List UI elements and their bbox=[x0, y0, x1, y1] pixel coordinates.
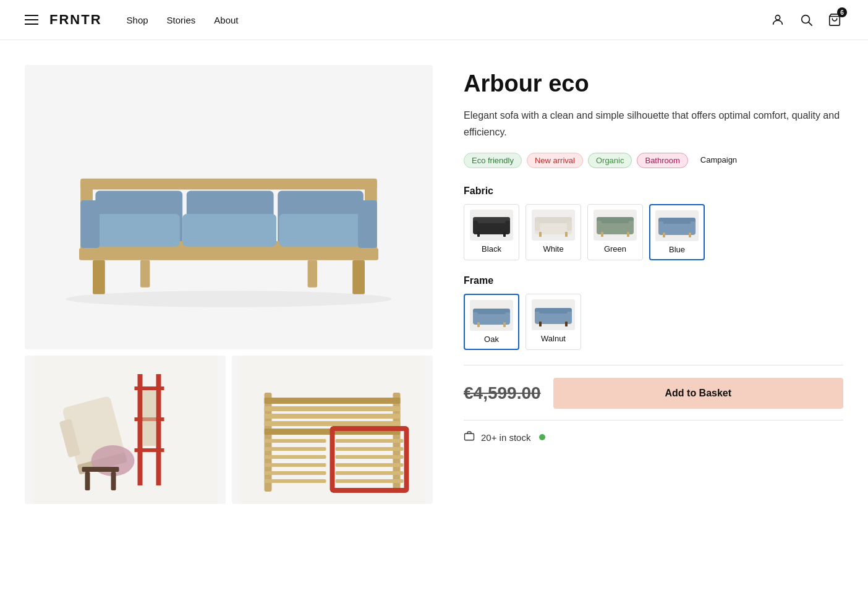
menu-icon[interactable] bbox=[25, 15, 38, 25]
svg-rect-33 bbox=[82, 467, 119, 472]
svg-rect-35 bbox=[111, 472, 116, 490]
svg-rect-67 bbox=[535, 221, 540, 231]
frame-selector: Oak Walnut bbox=[464, 294, 843, 350]
divider-2 bbox=[464, 420, 843, 420]
cart-icon[interactable]: 6 bbox=[826, 11, 843, 28]
svg-rect-41 bbox=[265, 414, 401, 419]
fabric-black-label: Black bbox=[482, 244, 501, 254]
svg-rect-74 bbox=[597, 221, 602, 231]
svg-rect-97 bbox=[539, 322, 542, 326]
svg-rect-70 bbox=[565, 232, 568, 237]
tag-organic: Organic bbox=[588, 153, 632, 168]
svg-rect-34 bbox=[85, 472, 90, 490]
svg-rect-66 bbox=[535, 217, 572, 223]
frame-swatch-walnut bbox=[532, 299, 575, 330]
svg-rect-50 bbox=[336, 479, 404, 483]
thumb-1[interactable] bbox=[25, 356, 226, 504]
account-icon[interactable] bbox=[769, 11, 786, 28]
product-gallery bbox=[25, 65, 433, 504]
svg-rect-89 bbox=[505, 312, 510, 321]
main-image bbox=[25, 65, 433, 349]
svg-rect-22 bbox=[33, 356, 218, 504]
tag-eco: Eco friendly bbox=[464, 153, 522, 168]
svg-rect-61 bbox=[505, 221, 510, 231]
svg-rect-7 bbox=[352, 260, 365, 294]
nav-stories[interactable]: Stories bbox=[167, 15, 196, 25]
svg-rect-6 bbox=[93, 260, 105, 294]
svg-rect-99 bbox=[465, 433, 474, 440]
cart-badge: 6 bbox=[837, 7, 847, 17]
svg-rect-26 bbox=[138, 374, 143, 485]
svg-rect-12 bbox=[80, 179, 377, 190]
frame-option-oak[interactable]: Oak bbox=[464, 294, 519, 350]
svg-point-0 bbox=[775, 15, 780, 20]
main-nav: Shop Stories About bbox=[127, 15, 239, 25]
product-price: €4,599.00 bbox=[464, 383, 541, 403]
svg-rect-96 bbox=[567, 312, 572, 320]
svg-rect-90 bbox=[477, 322, 480, 327]
frame-swatch-oak bbox=[470, 300, 513, 331]
fabric-option-blue[interactable]: Blue bbox=[649, 204, 705, 260]
divider-1 bbox=[464, 365, 843, 365]
fabric-selector: Black White bbox=[464, 204, 843, 260]
svg-rect-21 bbox=[358, 200, 377, 248]
svg-rect-77 bbox=[627, 232, 629, 237]
svg-rect-39 bbox=[265, 398, 401, 404]
svg-rect-68 bbox=[567, 221, 572, 231]
nav-about[interactable]: About bbox=[214, 15, 238, 25]
add-to-basket-button[interactable]: Add to Basket bbox=[553, 378, 843, 409]
fabric-green-label: Green bbox=[604, 244, 626, 254]
svg-rect-87 bbox=[473, 309, 510, 314]
stock-icon bbox=[464, 430, 475, 444]
svg-rect-81 bbox=[658, 221, 663, 231]
svg-rect-8 bbox=[140, 260, 150, 288]
svg-rect-88 bbox=[473, 312, 478, 321]
svg-rect-51 bbox=[265, 439, 326, 443]
stock-row: 20+ in stock bbox=[464, 430, 843, 444]
frame-oak-label: Oak bbox=[484, 335, 499, 344]
fabric-label: Fabric bbox=[464, 186, 843, 197]
tag-campaign: Campaign bbox=[693, 153, 744, 168]
svg-rect-98 bbox=[565, 322, 568, 326]
svg-rect-94 bbox=[535, 308, 572, 314]
fabric-option-white[interactable]: White bbox=[525, 204, 581, 260]
svg-rect-83 bbox=[663, 233, 665, 237]
svg-line-2 bbox=[809, 22, 812, 25]
svg-rect-52 bbox=[265, 447, 326, 451]
fabric-swatch-black bbox=[470, 210, 513, 241]
svg-rect-40 bbox=[265, 406, 401, 411]
fabric-swatch-blue bbox=[655, 210, 699, 241]
tag-bathroom: Bathroom bbox=[637, 153, 687, 168]
search-icon[interactable] bbox=[798, 11, 815, 28]
svg-rect-75 bbox=[629, 221, 634, 231]
thumb-2[interactable] bbox=[232, 356, 433, 504]
logo[interactable]: FRNTR bbox=[49, 12, 102, 28]
svg-rect-69 bbox=[539, 232, 542, 237]
frame-option-walnut[interactable]: Walnut bbox=[525, 294, 581, 350]
svg-rect-76 bbox=[601, 232, 603, 237]
stock-text: 20+ in stock bbox=[481, 432, 530, 443]
svg-rect-31 bbox=[143, 390, 156, 446]
svg-rect-30 bbox=[135, 448, 164, 452]
svg-rect-47 bbox=[336, 455, 404, 459]
frame-label: Frame bbox=[464, 275, 843, 286]
svg-rect-56 bbox=[265, 479, 326, 483]
svg-rect-53 bbox=[265, 455, 326, 459]
svg-rect-48 bbox=[336, 463, 404, 467]
fabric-option-green[interactable]: Green bbox=[587, 204, 643, 260]
nav-shop[interactable]: Shop bbox=[127, 15, 148, 25]
fabric-option-black[interactable]: Black bbox=[464, 204, 519, 260]
product-title: Arbour eco bbox=[464, 71, 843, 97]
svg-rect-42 bbox=[265, 421, 401, 426]
fabric-blue-label: Blue bbox=[669, 245, 685, 254]
svg-rect-62 bbox=[477, 232, 480, 237]
product-info: Arbour eco Elegant sofa with a clean and… bbox=[464, 65, 843, 504]
svg-rect-18 bbox=[182, 214, 276, 247]
price-row: €4,599.00 Add to Basket bbox=[464, 378, 843, 409]
svg-rect-55 bbox=[265, 471, 326, 475]
gallery-thumbnails bbox=[25, 356, 433, 504]
fabric-swatch-white bbox=[532, 210, 575, 241]
stock-indicator bbox=[539, 434, 545, 440]
fabric-swatch-green bbox=[594, 210, 637, 241]
svg-rect-91 bbox=[503, 322, 506, 327]
